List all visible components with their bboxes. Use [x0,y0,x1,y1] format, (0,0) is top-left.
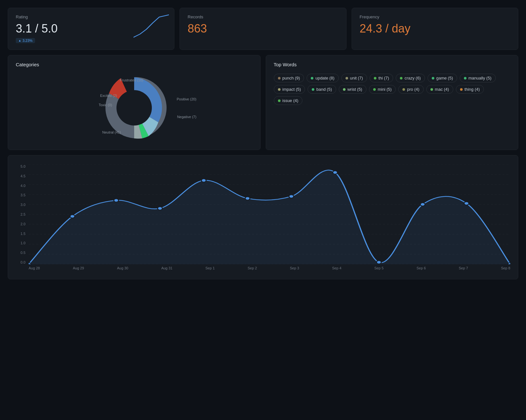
y-label: 3.5 [16,193,25,197]
records-label: Records [188,14,338,19]
word-label: game (5) [436,76,453,80]
words-grid: punch (9)update (8)unit (7)thi (7)crazy … [274,74,511,105]
chart-dot [201,179,206,182]
chart-dot [245,197,250,200]
word-dot [278,77,281,79]
chart-dot [333,171,337,174]
word-dot [464,77,466,79]
word-label: thing (4) [465,87,480,92]
word-badge: mac (4) [426,85,453,94]
word-badge: impact (5) [274,85,305,94]
x-labels: Aug 28Aug 29Aug 30Aug 31Sep 1Sep 2Sep 3S… [29,266,510,274]
word-label: impact (5) [282,87,301,92]
pie-label-excited: Excited (2) [100,94,117,98]
y-label: 4.0 [16,184,25,188]
y-label: 4.5 [16,174,25,178]
records-value: 863 [188,22,338,35]
word-label: punch (9) [282,76,300,80]
pie-label-frustrated: Frustrated (10) [120,78,143,82]
chart-area: 5.04.54.03.53.02.52.01.51.00.50.0 Aug 28… [16,164,510,274]
word-dot [312,88,314,91]
word-badge: crazy (6) [396,74,425,82]
pie-label-neutral: Neutral (41) [102,130,121,134]
word-badge: unit (7) [341,74,367,82]
word-dot [374,77,376,79]
y-label: 1.0 [16,241,25,245]
pie-label-negative: Negative (7) [177,115,196,119]
y-label: 5.0 [16,164,25,168]
y-label: 0.5 [16,251,25,255]
word-dot [278,99,281,102]
chart-dot [158,207,162,210]
word-badge: thi (7) [370,74,393,82]
frequency-card: Frequency 24.3 / day [352,8,518,50]
rating-sparkline [134,13,169,39]
word-badge: wrist (5) [339,85,366,94]
x-label: Sep 7 [459,266,468,274]
word-badge: mini (5) [369,85,396,94]
x-label: Sep 6 [417,266,426,274]
x-label: Sep 4 [332,266,341,274]
categories-label: Categories [16,62,253,67]
word-dot [311,77,313,79]
records-card: Records 863 [180,8,346,50]
categories-card: Categories [8,55,261,150]
top-words-label: Top Words [274,62,511,67]
x-label: Sep 1 [206,266,215,274]
y-label: 1.5 [16,232,25,236]
pie-area: Frustrated (10) Excited (2) Toxic (0) Po… [16,72,253,143]
pie-label-toxic: Toxic (0) [99,103,112,107]
word-label: crazy (6) [404,76,421,80]
x-label: Aug 31 [161,266,172,274]
chart-inner [29,164,510,264]
word-label: wrist (5) [347,87,362,92]
y-label: 0.0 [16,260,25,264]
x-label: Aug 28 [29,266,40,274]
word-badge: issue (4) [274,96,303,105]
chart-card: 5.04.54.03.53.02.52.01.51.00.50.0 Aug 28… [8,155,518,279]
word-dot [346,77,348,79]
word-label: update (8) [315,76,334,80]
word-badge: thing (4) [456,85,484,94]
word-dot [343,88,346,91]
svg-point-0 [116,90,152,126]
word-badge: update (8) [307,74,338,82]
word-badge: punch (9) [274,74,304,82]
word-label: pro (4) [407,87,419,92]
chart-dot [376,261,381,264]
x-label: Sep 3 [290,266,299,274]
y-label: 3.0 [16,203,25,207]
word-dot [430,88,433,91]
word-label: thi (7) [378,76,389,80]
word-badge: band (5) [308,85,336,94]
word-badge: game (5) [428,74,457,82]
chart-dot [289,195,294,198]
x-label: Sep 5 [374,266,384,274]
rating-badge: 3.23% [16,38,35,43]
word-label: band (5) [316,87,332,92]
chart-svg [29,164,510,264]
word-dot [402,88,405,91]
word-badge: pro (4) [398,85,423,94]
word-dot [373,88,376,91]
word-badge: manually (5) [460,74,496,82]
y-label: 2.0 [16,222,25,226]
x-label: Sep 8 [501,266,510,274]
x-label: Aug 29 [73,266,84,274]
chart-dot [70,215,75,218]
pie-chart: Frustrated (10) Excited (2) Toxic (0) Po… [99,72,170,143]
top-words-card: Top Words punch (9)update (8)unit (7)thi… [266,55,519,150]
chart-dot [464,202,469,205]
frequency-label: Frequency [360,14,510,19]
y-label: 2.5 [16,212,25,216]
word-label: issue (4) [282,98,299,103]
chart-dot [114,199,119,202]
chart-dot [420,203,425,206]
word-label: manually (5) [468,76,492,80]
word-label: unit (7) [350,76,363,80]
rating-card: Rating 3.1 / 5.0 3.23% [8,8,174,50]
x-label: Sep 2 [248,266,257,274]
word-dot [432,77,434,79]
pie-label-positive: Positive (20) [177,97,196,101]
y-labels: 5.04.54.03.53.02.52.01.51.00.50.0 [16,164,25,264]
